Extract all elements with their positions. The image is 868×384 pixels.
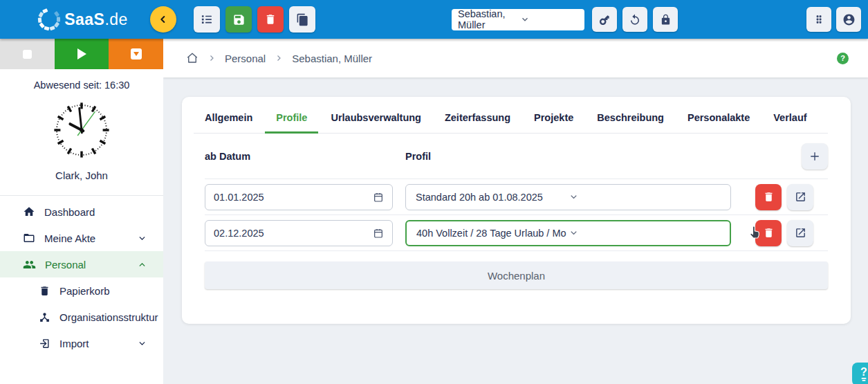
account-button[interactable] — [836, 7, 861, 32]
pause-dropdown-button[interactable] — [109, 39, 163, 69]
profile-select-value: Standard 20h ab 01.08.2025 — [416, 192, 569, 203]
breadcrumb-bar: Personal Sebastian, Müller ? — [163, 39, 868, 77]
chevron-left-icon — [158, 14, 169, 25]
tab-allgemein[interactable]: Allgemein — [194, 112, 264, 133]
tab-verlauf[interactable]: Verlauf — [762, 112, 818, 133]
chevron-up-icon — [138, 260, 147, 269]
delete-button[interactable] — [257, 6, 284, 33]
profile-card: Allgemein Profile Urlaubsverwaltung Zeit… — [182, 97, 851, 324]
key-button[interactable] — [592, 7, 617, 32]
save-button[interactable] — [225, 6, 252, 33]
back-button[interactable] — [150, 6, 176, 33]
add-row-button[interactable] — [802, 143, 828, 170]
open-profile-button[interactable] — [787, 220, 813, 246]
profile-select-row2[interactable]: 40h Vollzeit / 28 Tage Urlaub / Mo - Fr … — [405, 220, 731, 246]
stop-button[interactable] — [0, 39, 55, 69]
chevron-right-icon — [275, 54, 283, 62]
undo-icon — [629, 13, 641, 26]
sidebar-item-papierkorb[interactable]: Papierkorb — [0, 277, 163, 304]
toolbar-middle — [592, 7, 678, 32]
tab-urlaubsverwaltung[interactable]: Urlaubsverwaltung — [320, 112, 432, 133]
breadcrumb: Personal Sebastian, Müller — [186, 52, 372, 64]
sidebar-item-import[interactable]: Import — [0, 330, 163, 356]
time-tracking-controls — [0, 39, 163, 69]
date-input-row1[interactable] — [214, 192, 373, 203]
column-header-ab-datum: ab Datum — [205, 151, 405, 162]
question-mark-icon: ? — [840, 54, 845, 62]
delete-row-button[interactable] — [755, 220, 782, 246]
table-header: ab Datum Profil — [205, 134, 828, 179]
date-input-row2[interactable] — [214, 228, 373, 239]
chevron-down-icon — [138, 339, 147, 348]
calendar-icon[interactable] — [373, 192, 384, 203]
nav-label: Meine Akte — [44, 232, 95, 244]
list-button[interactable] — [194, 6, 220, 33]
tab-profile[interactable]: Profile — [265, 112, 318, 133]
sitemap-icon — [39, 311, 50, 323]
import-icon — [39, 338, 50, 349]
question-mark-icon: ? — [856, 365, 868, 383]
analog-clock — [50, 99, 113, 161]
wochenplan-button[interactable]: Wochenplan — [205, 262, 828, 289]
breadcrumb-item-personal[interactable]: Personal — [225, 53, 266, 64]
save-icon — [232, 13, 246, 26]
users-icon — [23, 258, 36, 271]
home-breadcrumb-icon[interactable] — [186, 52, 198, 64]
app-window: SaaS.de — [0, 0, 868, 384]
column-header-profil: Profil — [405, 151, 802, 162]
profile-select-row1[interactable]: Standard 20h ab 01.08.2025 — [405, 184, 731, 210]
tab-zeiterfassung[interactable]: Zeiterfassung — [434, 112, 521, 133]
top-header: SaaS.de — [0, 0, 868, 39]
play-button[interactable] — [55, 39, 109, 69]
tab-beschreibung[interactable]: Beschreibung — [586, 112, 675, 133]
profile-select-value: 40h Vollzeit / 28 Tage Urlaub / Mo - Fr … — [416, 228, 569, 239]
date-field-row2[interactable] — [205, 220, 393, 246]
logo-spinner-icon — [35, 6, 63, 33]
user-select-value: Sebastian, Müller — [458, 8, 516, 30]
absence-status: Abwesend seit: 16:30 — [0, 80, 163, 91]
chevron-down-icon — [520, 15, 578, 24]
chevron-down-icon — [569, 192, 721, 202]
toolbar-left — [194, 6, 315, 33]
sidebar: Abwesend seit: 16:30 — [0, 39, 163, 384]
tab-personalakte[interactable]: Personalakte — [676, 112, 761, 133]
play-icon — [77, 48, 86, 60]
breadcrumb-help-button[interactable]: ? — [837, 53, 849, 64]
calendar-icon[interactable] — [373, 228, 384, 239]
sidebar-item-meine-akte[interactable]: Meine Akte — [0, 225, 163, 251]
tab-bar: Allgemein Profile Urlaubsverwaltung Zeit… — [194, 97, 828, 134]
sidebar-item-organisationsstruktur[interactable]: Organisationsstruktur — [0, 304, 163, 330]
chevron-down-icon — [138, 234, 147, 243]
copy-button[interactable] — [289, 6, 315, 33]
list-icon — [200, 12, 214, 26]
chevron-down-icon — [569, 228, 721, 238]
caret-down-icon — [131, 48, 142, 60]
main-content: Personal Sebastian, Müller ? Allgemein P… — [163, 39, 868, 384]
toolbar-right — [806, 7, 861, 32]
user-select[interactable]: Sebastian, Müller — [452, 9, 584, 30]
nav-label: Organisationsstruktur — [59, 311, 158, 323]
apps-grid-icon — [813, 14, 824, 25]
nav-label: Personal — [45, 259, 86, 271]
svg-text:?: ? — [860, 366, 867, 378]
sidebar-item-dashboard[interactable]: Dashboard — [0, 199, 163, 225]
sidebar-nav: Dashboard Meine Akte Personal — [0, 196, 163, 356]
row-actions — [755, 220, 813, 246]
delete-row-button[interactable] — [755, 184, 782, 210]
tab-projekte[interactable]: Projekte — [523, 112, 584, 133]
sidebar-item-personal[interactable]: Personal — [0, 251, 163, 277]
trash-icon — [763, 191, 775, 203]
copy-icon — [296, 13, 309, 26]
help-widget-button[interactable]: ? — [852, 363, 868, 384]
open-profile-button[interactable] — [787, 184, 813, 210]
external-link-icon — [795, 191, 806, 203]
date-field-row1[interactable] — [205, 184, 393, 210]
nav-label: Import — [59, 338, 89, 349]
lock-button[interactable] — [653, 7, 678, 32]
key-icon — [598, 13, 611, 26]
undo-button[interactable] — [622, 7, 647, 32]
breadcrumb-item-user: Sebastian, Müller — [292, 53, 372, 64]
chevron-right-icon — [207, 54, 216, 62]
apps-grid-button[interactable] — [806, 7, 831, 32]
stop-icon — [23, 50, 32, 59]
